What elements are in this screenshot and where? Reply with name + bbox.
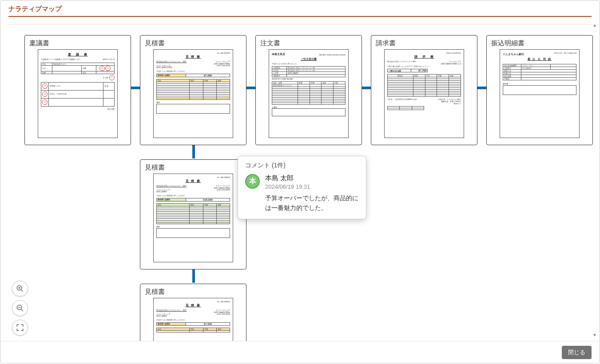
card-title: 稟議書 — [29, 39, 126, 47]
card-seikyusho[interactable]: 請求書 2024.6.10-000-001 請 求 書 株式会社水見ビゾネスセン… — [371, 35, 477, 145]
zoom-in-button[interactable] — [12, 281, 28, 297]
zoom-out-button[interactable] — [12, 300, 28, 316]
comment-timestamp: 2024/06/19 19:31 — [265, 183, 359, 190]
card-title: 請求書 — [376, 39, 473, 47]
connector — [192, 269, 195, 283]
card-chumonsho[interactable]: 注文書 本島文具店 受付番号 00156-202404-18 0093 ご注文受… — [255, 35, 362, 145]
footer: 閉じる — [0, 341, 600, 364]
header: ナラティブマップ — [0, 0, 600, 20]
narrative-map-window: ナラティブマップ 稟議書 稟 議 書 下記事項について起案致しますので決裁願いま… — [0, 0, 600, 364]
zoom-in-icon — [16, 285, 24, 293]
card-title: 振込明細書 — [491, 39, 588, 47]
comment-body: 予算オーバーでしたが、商品的には一番魅力的でした。 — [265, 194, 359, 213]
card-mitsumori-2[interactable]: 見積書 No. 000-000000 見 積 書 株式会社水見ビゾネスセンター … — [140, 159, 246, 269]
zoom-controls — [12, 281, 28, 336]
fit-screen-icon — [16, 324, 24, 332]
fit-screen-button[interactable] — [12, 320, 28, 336]
svg-line-1 — [21, 289, 23, 292]
doc-preview-ringisho: 稟 議 書 下記事項について起案致しますので決裁願います。令和6年 5月 日 件… — [38, 49, 118, 138]
doc-preview-chumonsho: 本島文具店 受付番号 00156-202404-18 0093 ご注文受付書 下… — [269, 49, 349, 138]
page-title: ナラティブマップ — [8, 5, 592, 13]
svg-line-5 — [21, 309, 23, 311]
doc-preview-mitsumori-2: No. 000-000000 見 積 書 株式会社水見ビゾネスセンター 御中テス… — [153, 174, 233, 262]
card-mitsumori-1[interactable]: 見積書 No. 000-000000 見 積 書 株式会社水見ビゾネスセンター … — [140, 35, 246, 145]
connector — [192, 145, 195, 158]
scroll-down-button[interactable]: ▼ — [592, 332, 598, 338]
popover-title: コメント (1件) — [245, 162, 359, 170]
avatar: 本 — [245, 174, 260, 189]
comment-popover: コメント (1件) 本 本島 太郎 2024/06/19 19:31 予算オーバ… — [238, 156, 366, 219]
card-title: 見積書 — [145, 39, 242, 47]
scroll-up-button[interactable]: ▲ — [592, 22, 598, 28]
doc-preview-mitsumori-3: No. 000-000000 見 積 書 株式会社水見ビゾネスセンター 御中テス… — [153, 298, 233, 341]
doc-preview-seikyusho: 2024.6.10-000-001 請 求 書 株式会社水見ビゾネスセンター 御… — [384, 49, 464, 138]
card-furikomimeisai[interactable]: 振込明細書 ぐんまちゃん銀行 2024.6.18 NO.2 1階店-500 振 … — [486, 35, 593, 145]
card-title: 見積書 — [145, 163, 242, 172]
doc-preview-furikomimeisai: ぐんまちゃん銀行 2024.6.18 NO.2 1階店-500 振 込 込 明 … — [500, 49, 580, 138]
card-mitsumori-3[interactable]: 見積書 No. 000-000000 見 積 書 株式会社水見ビゾネスセンター … — [140, 284, 246, 341]
comment-author: 本島 太郎 — [265, 174, 359, 182]
title-divider — [8, 16, 592, 17]
card-title: 見積書 — [145, 288, 242, 296]
zoom-out-icon — [16, 304, 24, 312]
card-title: 注文書 — [260, 39, 357, 47]
doc-preview-mitsumori-1: No. 000-000000 見 積 書 株式会社水見ビゾネスセンター 御中 テ… — [153, 49, 233, 138]
comment-item: 本 本島 太郎 2024/06/19 19:31 予算オーバーでしたが、商品的に… — [245, 174, 359, 213]
close-button[interactable]: 閉じる — [562, 346, 592, 359]
map-canvas[interactable]: 稟議書 稟 議 書 下記事項について起案致しますので決裁願います。令和6年 5月… — [7, 24, 593, 341]
card-ringisho[interactable]: 稟議書 稟 議 書 下記事項について起案致しますので決裁願います。令和6年 5月… — [24, 35, 131, 145]
